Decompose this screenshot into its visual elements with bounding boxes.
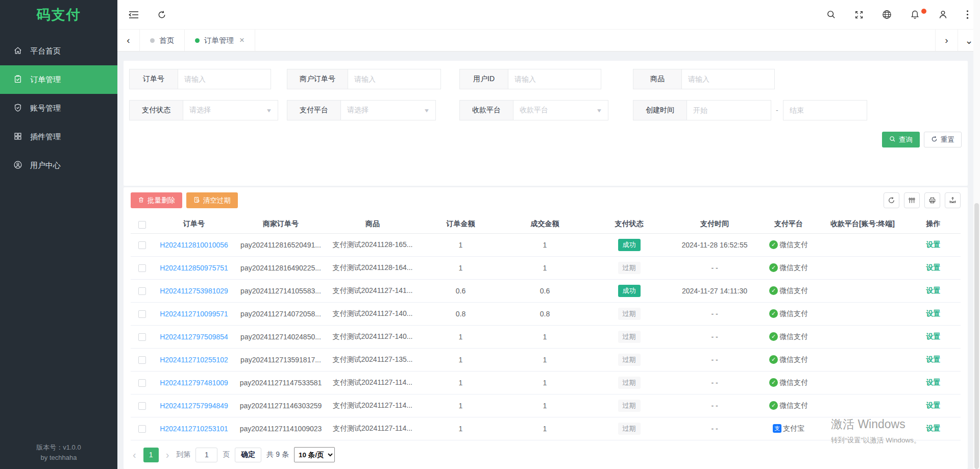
- user-id-input[interactable]: [508, 69, 601, 89]
- fullscreen-icon[interactable]: [854, 10, 864, 19]
- sidebar-item-accounts[interactable]: 账号管理: [0, 94, 117, 122]
- platform-cell: ✓支微信支付: [769, 240, 808, 250]
- sidebar-item-plugins[interactable]: 插件管理: [0, 122, 117, 151]
- start-date-input[interactable]: [687, 100, 771, 120]
- tab-dot: [195, 38, 200, 43]
- table-row: H2024112810010056 pay2024112816520491...…: [131, 233, 961, 256]
- search-icon[interactable]: [826, 10, 836, 19]
- sidebar-item-label: 账号管理: [30, 104, 61, 113]
- platform-label: 微信支付: [779, 286, 808, 295]
- table-body: H2024112810010056 pay2024112816520491...…: [131, 233, 961, 440]
- row-action-link[interactable]: 设置: [926, 401, 941, 409]
- select-all-checkbox[interactable]: [138, 221, 146, 229]
- row-action-link[interactable]: 设置: [926, 355, 941, 363]
- table-refresh-icon[interactable]: [884, 192, 899, 208]
- merchant-order-no-input[interactable]: [348, 69, 441, 89]
- pay-time: - -: [671, 348, 758, 371]
- search-button[interactable]: 查询: [882, 132, 920, 147]
- home-icon: [13, 46, 22, 57]
- order-no-input[interactable]: [178, 69, 271, 89]
- more-options-icon[interactable]: [966, 10, 969, 19]
- sidebar-item-user-center[interactable]: 用户中心: [0, 151, 117, 180]
- row-action-link[interactable]: 设置: [926, 240, 941, 249]
- order-link[interactable]: H2024112710255102: [160, 356, 228, 364]
- col-paid-amount: 成交金额: [503, 215, 587, 233]
- tab-order-management[interactable]: 订单管理 ×: [185, 30, 255, 51]
- order-amount: 1: [419, 417, 503, 440]
- trash-icon: [138, 196, 144, 205]
- pay-status-select[interactable]: 请选择▼: [183, 100, 278, 120]
- column-settings-icon[interactable]: [904, 192, 920, 208]
- row-action-link[interactable]: 设置: [926, 332, 941, 340]
- clear-expired-button[interactable]: 清空过期: [186, 192, 238, 208]
- merchant-order-no: pay202411271141009023: [235, 417, 327, 440]
- row-checkbox[interactable]: [138, 425, 146, 433]
- end-date-input[interactable]: [783, 100, 867, 120]
- paid-amount: 1: [503, 348, 587, 371]
- goto-confirm-button[interactable]: 确定: [235, 448, 261, 462]
- row-checkbox[interactable]: [138, 356, 146, 364]
- tab-close-icon[interactable]: ×: [239, 35, 244, 45]
- order-table-panel: 批量删除 清空过期 订单号 商家订单号: [124, 187, 968, 469]
- collapse-sidebar-icon[interactable]: [129, 10, 139, 19]
- platform-label: 微信支付: [779, 401, 808, 410]
- row-checkbox[interactable]: [138, 402, 146, 410]
- col-order-amount: 订单金额: [419, 215, 503, 233]
- order-link[interactable]: H2024112710253101: [160, 425, 228, 433]
- reset-button[interactable]: 重置: [924, 132, 962, 147]
- user-avatar-icon[interactable]: [938, 10, 948, 19]
- tabs-scroll-right-icon[interactable]: ›: [935, 30, 958, 51]
- goto-page-input[interactable]: [195, 448, 217, 462]
- row-checkbox[interactable]: [138, 287, 146, 295]
- product-input[interactable]: [682, 69, 775, 89]
- paid-amount: 0.8: [503, 302, 587, 325]
- order-link[interactable]: H2024112797481009: [160, 379, 228, 387]
- row-action-link[interactable]: 设置: [926, 424, 941, 432]
- status-badge: 过期: [618, 377, 641, 389]
- prev-page-icon[interactable]: ‹: [131, 450, 138, 460]
- row-checkbox[interactable]: [138, 264, 146, 272]
- scrollbar-thumb[interactable]: [974, 203, 979, 469]
- order-link[interactable]: H2024112850975751: [160, 264, 228, 272]
- platform-cell: ✓支微信支付: [769, 401, 808, 410]
- select-arrow-icon: ▼: [266, 108, 273, 113]
- refresh-icon[interactable]: [157, 10, 166, 19]
- pay-platform-select[interactable]: 请选择▼: [341, 100, 436, 120]
- page-size-select[interactable]: 10 条/页: [294, 447, 335, 462]
- order-link[interactable]: H2024112710099571: [160, 310, 228, 318]
- row-action-link[interactable]: 设置: [926, 286, 941, 294]
- table-row: H2024112710253101 pay202411271141009023 …: [131, 417, 961, 440]
- row-checkbox[interactable]: [138, 333, 146, 341]
- row-checkbox[interactable]: [138, 310, 146, 318]
- row-checkbox[interactable]: [138, 241, 146, 249]
- platform-cell: ✓支微信支付: [769, 355, 808, 364]
- platform-cell: ✓支微信支付: [769, 378, 808, 387]
- order-link[interactable]: H2024112797509854: [160, 333, 228, 341]
- row-action-link[interactable]: 设置: [926, 263, 941, 271]
- merchant-order-no: pay2024112816490225...: [235, 256, 327, 279]
- platform-label: 微信支付: [779, 240, 808, 250]
- row-action-link[interactable]: 设置: [926, 309, 941, 317]
- notification-bell-icon[interactable]: [910, 10, 920, 19]
- shield-check-icon: [13, 103, 22, 114]
- row-checkbox[interactable]: [138, 379, 146, 387]
- tabs-scroll-left-icon[interactable]: ‹: [117, 30, 140, 51]
- sidebar-item-orders[interactable]: 订单管理: [0, 65, 117, 94]
- order-link[interactable]: H2024112757994849: [160, 402, 228, 410]
- export-icon[interactable]: [945, 192, 961, 208]
- row-action-link[interactable]: 设置: [926, 378, 941, 386]
- order-link[interactable]: H2024112810010056: [160, 241, 228, 249]
- print-icon[interactable]: [924, 192, 940, 208]
- sidebar-item-home[interactable]: 平台首页: [0, 37, 117, 65]
- order-link[interactable]: H2024112753981029: [160, 287, 228, 295]
- next-page-icon[interactable]: ›: [164, 450, 172, 460]
- language-globe-icon[interactable]: [882, 10, 892, 19]
- batch-delete-button[interactable]: 批量删除: [131, 192, 182, 208]
- tab-label: 订单管理: [204, 36, 234, 45]
- order-amount: 1: [419, 256, 503, 279]
- receive-platform-select[interactable]: 收款平台▼: [513, 100, 608, 120]
- tab-home[interactable]: 首页: [140, 30, 185, 51]
- pagination: ‹ 1 › 到第 页 确定 共 9 条 10 条/页: [131, 447, 335, 462]
- current-page-button[interactable]: 1: [143, 448, 159, 462]
- select-arrow-icon: ▼: [424, 108, 430, 113]
